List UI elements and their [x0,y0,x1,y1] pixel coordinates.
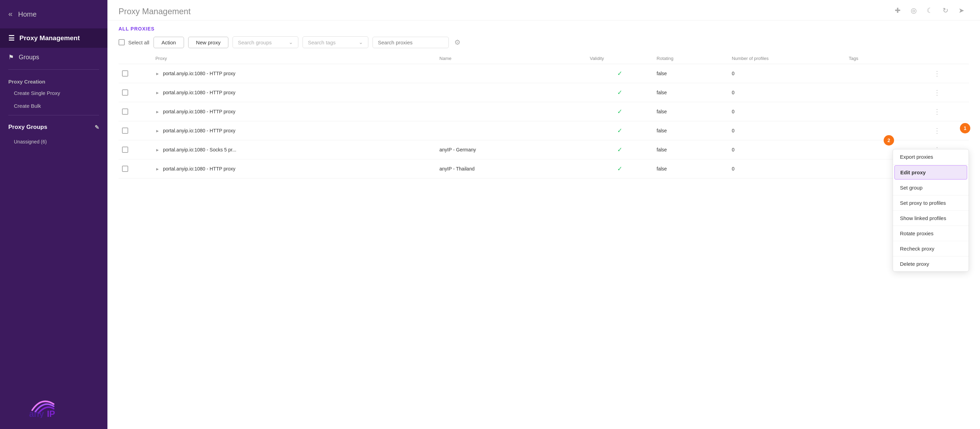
col-tags-header: Tags [845,53,929,64]
row-validity-4: ✓ [586,140,653,159]
page-title: Proxy Management [119,6,191,16]
row-expand-icon-5[interactable]: ► [155,167,159,172]
table-row: ► portal.anyip.io:1080 - HTTP proxy anyI… [119,159,969,178]
row-menu-btn-3[interactable]: ⋮ [932,126,942,135]
add-circle-icon[interactable]: ✚ [895,6,905,17]
exit-icon[interactable]: ➤ [959,6,969,17]
row-proxy-text-5: portal.anyip.io:1080 - HTTP proxy [163,166,235,172]
row-validity-5: ✓ [586,159,653,178]
sidebar-create-single[interactable]: Create Single Proxy [0,87,107,99]
svg-text:IP: IP [47,408,55,418]
search-tags-label: Search tags [308,40,336,45]
search-proxies-input[interactable] [372,37,449,48]
row-checkbox-1[interactable] [122,89,128,95]
row-name-1 [436,83,586,102]
row-validity-3: ✓ [586,121,653,140]
row-expand-icon-4[interactable]: ► [155,148,159,153]
badge-1: 1 [960,123,970,133]
context-menu-item-1[interactable]: Edit proxy [894,165,967,180]
table-row: ► portal.anyip.io:1080 - HTTP proxy ✓ fa… [119,83,969,102]
row-expand-icon-1[interactable]: ► [155,91,159,95]
chevron-left-icon: « [8,10,13,19]
col-check-header [119,53,152,64]
table-row: ► portal.anyip.io:1080 - HTTP proxy ✓ fa… [119,64,969,83]
target-icon[interactable]: ◎ [911,6,921,17]
main-header: Proxy Management ✚ ◎ ☾ ↻ ➤ [107,0,980,21]
bookmark-icon: ⚑ [8,53,14,61]
row-proxy-text-3: portal.anyip.io:1080 - HTTP proxy [163,128,235,133]
row-checkbox-5[interactable] [122,166,128,172]
sidebar-proxy-creation-section: Proxy Creation [0,72,107,87]
row-name-3 [436,121,586,140]
row-tags-1 [845,83,929,102]
row-proxy-text-0: portal.anyip.io:1080 - HTTP proxy [163,71,235,76]
select-all-checkbox[interactable] [119,39,125,45]
context-menu-item-0[interactable]: Export proxies [893,149,969,165]
sidebar-item-groups[interactable]: ⚑ Groups [0,48,107,67]
row-name-4: anyIP - Germany [436,140,586,159]
row-tags-0 [845,64,929,83]
context-menu-item-5[interactable]: Rotate proxies [893,226,969,241]
row-menu-btn-0[interactable]: ⋮ [932,68,942,78]
row-proxy-text-1: portal.anyip.io:1080 - HTTP proxy [163,90,235,95]
row-checkbox-2[interactable] [122,108,128,115]
row-profiles-2: 0 [729,102,845,121]
context-menu-item-7[interactable]: Delete proxy [893,256,969,271]
row-profiles-1: 0 [729,83,845,102]
search-groups-label: Search groups [238,40,272,45]
col-action-header [929,53,969,64]
anyip-logo-svg: any IP [26,393,81,418]
header-icons: ✚ ◎ ☾ ↻ ➤ [895,6,969,17]
row-rotating-3: false [653,121,729,140]
row-rotating-0: false [653,64,729,83]
toolbar: Select all Action New proxy Search group… [107,32,980,53]
chevron-down-icon: ⌄ [289,39,293,45]
badge-2: 2 [884,135,894,146]
row-checkbox-0[interactable] [122,70,128,76]
sidebar-create-bulk[interactable]: Create Bulk [0,99,107,112]
context-menu-item-3[interactable]: Set proxy to profiles [893,195,969,211]
context-menu-item-4[interactable]: Show linked profiles [893,211,969,226]
sidebar-item-proxy-management[interactable]: ☰ Proxy Management [0,29,107,48]
refresh-icon[interactable]: ↻ [943,6,953,17]
row-menu-btn-2[interactable]: ⋮ [932,107,942,116]
new-proxy-button[interactable]: New proxy [188,37,229,48]
row-menu-btn-1[interactable]: ⋮ [932,88,942,97]
col-proxy-header: Proxy [152,53,436,64]
sidebar-proxy-management-label: Proxy Management [19,34,80,42]
sidebar-unassigned[interactable]: Unassigned (6) [0,136,107,147]
col-profiles-header: Number of profiles [729,53,845,64]
context-menu-item-2[interactable]: Set group [893,180,969,195]
row-rotating-1: false [653,83,729,102]
row-validity-1: ✓ [586,83,653,102]
row-validity-2: ✓ [586,102,653,121]
sidebar-proxy-groups-header[interactable]: Proxy Groups ✎ [0,118,107,136]
settings-gear-icon[interactable]: ⚙ [454,38,461,46]
action-button[interactable]: Action [154,37,184,48]
search-tags-dropdown[interactable]: Search tags ⌄ [302,37,368,48]
row-profiles-5: 0 [729,159,845,178]
sidebar-home-item[interactable]: « Home [0,0,107,29]
select-all-wrap: Select all [119,39,150,45]
row-checkbox-3[interactable] [122,127,128,134]
moon-icon[interactable]: ☾ [927,6,937,17]
row-expand-icon-2[interactable]: ► [155,110,159,114]
col-rotating-header: Rotating [653,53,729,64]
context-menu-item-6[interactable]: Recheck proxy [893,241,969,256]
sidebar: « Home ☰ Proxy Management ⚑ Groups Proxy… [0,0,107,429]
row-expand-icon-3[interactable]: ► [155,129,159,133]
list-icon: ☰ [8,34,14,42]
sidebar-divider [8,69,99,70]
row-checkbox-4[interactable] [122,146,128,153]
svg-text:any: any [29,408,44,418]
proxy-table: Proxy Name Validity Rotating Number of p… [119,53,969,178]
row-rotating-4: false [653,140,729,159]
search-groups-dropdown[interactable]: Search groups ⌄ [232,37,298,48]
proxy-table-body: ► portal.anyip.io:1080 - HTTP proxy ✓ fa… [119,64,969,178]
row-name-0 [436,64,586,83]
col-validity-header: Validity [586,53,653,64]
row-name-5: anyIP - Thailand [436,159,586,178]
logo-area: any IP [0,382,107,429]
edit-icon: ✎ [95,124,99,131]
row-expand-icon-0[interactable]: ► [155,72,159,76]
